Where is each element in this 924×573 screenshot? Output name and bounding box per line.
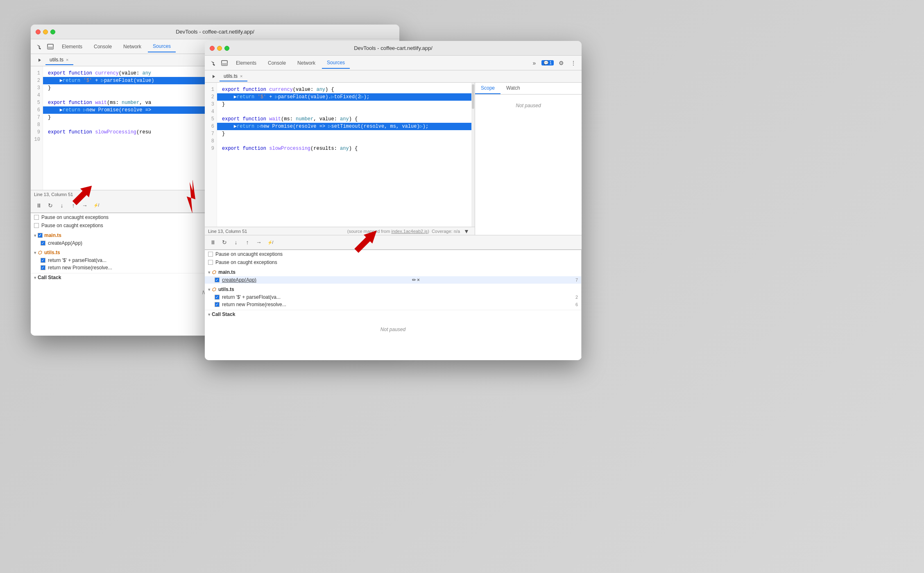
delete-bp-icon-front[interactable]: × xyxy=(417,277,420,283)
file-tab-close-back[interactable]: × xyxy=(65,57,69,62)
cursor-icon-front[interactable] xyxy=(208,58,218,68)
step-over-btn-back[interactable]: ↻ xyxy=(45,201,55,210)
bp-createapp-line-front: 7 xyxy=(575,277,578,282)
bp-group-header-main-front[interactable]: ▾ ⬡ main.ts xyxy=(205,268,581,276)
traffic-lights-front[interactable] xyxy=(210,46,229,51)
file-nav-icon-front[interactable] xyxy=(208,71,220,82)
code-line-4-front xyxy=(222,108,471,115)
dock-icon-front[interactable] xyxy=(220,58,229,68)
editor-right-split: 12345 6789 export function currency(valu… xyxy=(205,83,582,235)
debugger-toolbar-front: ⏸ ↻ ↓ ↑ → ⚡/ xyxy=(205,235,582,250)
tab-elements-front[interactable]: Elements xyxy=(231,58,261,68)
svg-rect-1 xyxy=(48,47,53,49)
arrow-annotation-back xyxy=(176,180,209,214)
pause-caught-checkbox-back[interactable] xyxy=(34,223,39,228)
svg-marker-7 xyxy=(352,226,381,255)
pause-uncaught-label-back: Pause on uncaught exceptions xyxy=(41,214,109,220)
step-out-btn-front[interactable]: ↑ xyxy=(242,237,252,247)
tab-network-front[interactable]: Network xyxy=(292,58,320,68)
bp-item-return1-front[interactable]: ✓ return '$' + parseFloat(va... 2 xyxy=(205,293,581,301)
arrow-annotation-front xyxy=(350,224,383,259)
code-line-7-front: } xyxy=(222,130,471,138)
deactivate-btn-front[interactable]: ⚡/ xyxy=(265,237,275,247)
more-tabs-icon-front[interactable]: » xyxy=(529,58,539,68)
scope-tab-scope-front[interactable]: Scope xyxy=(475,83,500,94)
file-tab-close-front[interactable]: × xyxy=(239,74,243,79)
call-stack-label-back: Call Stack xyxy=(38,275,61,280)
continue-btn-front[interactable]: → xyxy=(254,237,264,247)
scope-not-paused-front: Not paused xyxy=(475,95,582,117)
minimize-button-front[interactable] xyxy=(217,46,222,51)
settings-icon-front[interactable]: ⚙ xyxy=(556,58,566,68)
step-into-btn-front[interactable]: ↓ xyxy=(231,237,241,247)
editor-front: 12345 6789 export function currency(valu… xyxy=(205,83,471,227)
cursor-icon-back[interactable] xyxy=(34,42,44,52)
not-paused-front: Not paused xyxy=(205,318,581,341)
more-options-icon-front[interactable]: ⋮ xyxy=(568,58,578,68)
minimize-button-back[interactable] xyxy=(43,29,48,34)
file-tab-name-back: utils.ts xyxy=(50,57,63,63)
bp-return2-text-front: return new Promise(resolve... xyxy=(222,302,286,307)
dock-icon-back[interactable] xyxy=(45,42,55,52)
coverage-expand-btn-front[interactable]: ▼ xyxy=(462,226,471,235)
edit-bp-icon-front[interactable]: ✏ xyxy=(412,277,416,283)
bp-item-createapp-front[interactable]: ✓ createApp(App) ✏ × 7 xyxy=(205,276,581,284)
close-button-front[interactable] xyxy=(210,46,215,51)
pause-btn-front[interactable]: ⏸ xyxy=(208,237,218,247)
call-stack-label-front: Call Stack xyxy=(212,311,235,317)
pause-caught-row-front[interactable]: Pause on caught exceptions xyxy=(205,258,581,266)
tab-network-back[interactable]: Network xyxy=(118,41,146,52)
bp-utils-icon-front: ⬡ xyxy=(212,287,216,292)
source-map-link-front[interactable]: index.1ac4eab2.js xyxy=(391,229,428,234)
maximize-button-back[interactable] xyxy=(50,29,55,34)
tab-elements-back[interactable]: Elements xyxy=(57,41,87,52)
pause-caught-checkbox-front[interactable] xyxy=(208,260,213,265)
tab-sources-front[interactable]: Sources xyxy=(322,57,350,69)
code-line-9-front: export function slowProcessing(results: … xyxy=(222,145,471,152)
pause-uncaught-label-front: Pause on uncaught exceptions xyxy=(215,251,283,257)
code-line-1-front: export function currency(value: any) { xyxy=(222,86,471,93)
chevron-down-icon-main-back: ▾ xyxy=(34,233,36,238)
bp-main-icon-front: ⬡ xyxy=(212,270,216,275)
bp-main-checkbox-back[interactable]: ✓ xyxy=(38,233,43,238)
tab-sources-back[interactable]: Sources xyxy=(148,41,176,52)
scrollbar-thumb-front[interactable] xyxy=(472,84,474,109)
bp-return2-text-back: return new Promise(resolve... xyxy=(48,265,112,271)
file-tab-utils-front[interactable]: utils.ts × xyxy=(220,72,247,81)
call-stack-header-front[interactable]: ▾ Call Stack xyxy=(205,310,581,318)
notification-badge-front[interactable]: 💬 1 xyxy=(541,60,554,65)
tab-console-front[interactable]: Console xyxy=(263,58,291,68)
bp-return1-checkbox-back[interactable]: ✓ xyxy=(41,258,45,263)
traffic-lights-back[interactable] xyxy=(36,29,55,34)
devtools-window-front[interactable]: DevTools - coffee-cart.netlify.app/ Elem… xyxy=(205,41,582,360)
pause-caught-label-back: Pause on caught exceptions xyxy=(41,223,103,228)
bp-createapp-text-front: createApp(App) xyxy=(222,277,256,283)
code-content-front: export function currency(value: any) { ▶… xyxy=(217,83,471,227)
file-nav-icon-back[interactable] xyxy=(34,54,45,66)
bp-return1-checkbox-front[interactable]: ✓ xyxy=(215,295,220,300)
editor-scrollbar-front[interactable] xyxy=(471,83,475,227)
breakpoints-panel-front: Pause on uncaught exceptions Pause on ca… xyxy=(205,250,582,360)
file-tab-name-front: utils.ts xyxy=(224,73,238,79)
tab-console-back[interactable]: Console xyxy=(89,41,117,52)
close-button-back[interactable] xyxy=(36,29,41,34)
file-tab-utils-back[interactable]: utils.ts × xyxy=(45,55,73,65)
scope-tab-watch-front[interactable]: Watch xyxy=(500,83,526,94)
step-over-btn-front[interactable]: ↻ xyxy=(220,237,229,247)
pause-uncaught-row-front[interactable]: Pause on uncaught exceptions xyxy=(205,250,581,258)
chevron-icon-callstack-front: ▾ xyxy=(208,312,210,317)
bp-item-return2-front[interactable]: ✓ return new Promise(resolve... 6 xyxy=(205,301,581,308)
pause-btn-back[interactable]: ⏸ xyxy=(34,201,44,210)
bp-createapp-checkbox-back[interactable]: ✓ xyxy=(41,241,45,246)
arrow-annotation-back2 xyxy=(69,180,97,210)
file-tabs-front: utils.ts × xyxy=(205,70,582,83)
bp-return2-checkbox-front[interactable]: ✓ xyxy=(215,302,220,307)
pause-uncaught-checkbox-front[interactable] xyxy=(208,252,213,257)
pause-uncaught-checkbox-back[interactable] xyxy=(34,215,39,220)
bp-group-header-utils-front[interactable]: ▾ ⬡ utils.ts xyxy=(205,285,581,293)
maximize-button-front[interactable] xyxy=(224,46,229,51)
bp-return1-text-back: return '$' + parseFloat(va... xyxy=(48,257,106,263)
step-into-btn-back[interactable]: ↓ xyxy=(57,201,67,210)
bp-return2-checkbox-back[interactable]: ✓ xyxy=(41,265,45,270)
bp-createapp-checkbox-front[interactable]: ✓ xyxy=(215,277,220,282)
